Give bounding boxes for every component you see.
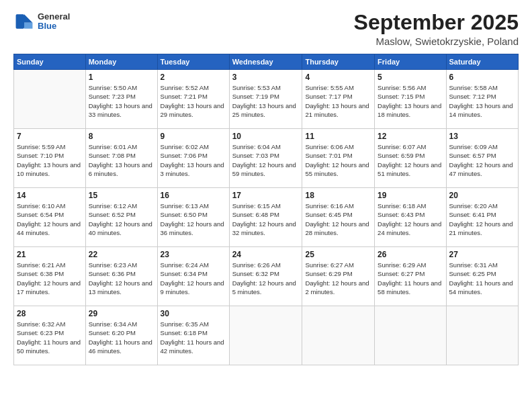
day-info: Sunrise: 6:32 AMSunset: 6:23 PMDaylight:… — [17, 320, 83, 355]
day-info: Sunrise: 6:24 AMSunset: 6:34 PMDaylight:… — [161, 261, 226, 296]
table-row: 9Sunrise: 6:02 AMSunset: 7:06 PMDaylight… — [157, 129, 229, 188]
day-info: Sunrise: 6:04 AMSunset: 7:03 PMDaylight:… — [232, 142, 300, 178]
table-row: 11Sunrise: 6:06 AMSunset: 7:01 PMDayligh… — [302, 129, 375, 188]
table-row — [375, 306, 446, 365]
table-row: 25Sunrise: 6:27 AMSunset: 6:29 PMDayligh… — [302, 247, 375, 306]
day-info: Sunrise: 5:56 AMSunset: 7:15 PMDaylight:… — [378, 83, 443, 119]
table-row: 18Sunrise: 6:16 AMSunset: 6:45 PMDayligh… — [302, 188, 375, 247]
day-info: Sunrise: 6:01 AMSunset: 7:08 PMDaylight:… — [89, 142, 154, 178]
day-info: Sunrise: 6:20 AMSunset: 6:41 PMDaylight:… — [449, 201, 515, 237]
day-number: 3 — [232, 73, 300, 82]
day-info: Sunrise: 6:06 AMSunset: 7:01 PMDaylight:… — [305, 142, 371, 178]
day-number: 22 — [89, 250, 154, 259]
day-info: Sunrise: 6:26 AMSunset: 6:32 PMDaylight:… — [232, 261, 300, 296]
logo-blue-text: Blue — [38, 21, 70, 31]
svg-rect-2 — [16, 14, 24, 28]
day-info: Sunrise: 6:34 AMSunset: 6:20 PMDaylight:… — [89, 320, 154, 355]
day-info: Sunrise: 6:09 AMSunset: 6:57 PMDaylight:… — [449, 142, 515, 178]
day-number: 25 — [305, 250, 371, 259]
day-number: 24 — [232, 250, 300, 259]
week-row-5: 28Sunrise: 6:32 AMSunset: 6:23 PMDayligh… — [14, 306, 519, 365]
day-number: 12 — [378, 132, 443, 141]
table-row: 5Sunrise: 5:56 AMSunset: 7:15 PMDaylight… — [375, 70, 446, 129]
logo: General Blue — [13, 11, 70, 32]
day-info: Sunrise: 6:35 AMSunset: 6:18 PMDaylight:… — [161, 320, 226, 355]
table-row: 30Sunrise: 6:35 AMSunset: 6:18 PMDayligh… — [157, 306, 229, 365]
day-number: 13 — [449, 132, 515, 141]
day-number: 20 — [449, 191, 515, 200]
col-thursday: Thursday — [302, 54, 375, 70]
table-row: 26Sunrise: 6:29 AMSunset: 6:27 PMDayligh… — [375, 247, 446, 306]
col-tuesday: Tuesday — [157, 54, 229, 70]
col-sunday: Sunday — [14, 54, 86, 70]
day-info: Sunrise: 5:58 AMSunset: 7:12 PMDaylight:… — [449, 83, 515, 119]
day-info: Sunrise: 6:27 AMSunset: 6:29 PMDaylight:… — [305, 261, 371, 296]
calendar-table: Sunday Monday Tuesday Wednesday Thursday… — [13, 54, 519, 365]
svg-marker-1 — [24, 23, 32, 29]
table-row: 10Sunrise: 6:04 AMSunset: 7:03 PMDayligh… — [229, 129, 302, 188]
day-info: Sunrise: 5:59 AMSunset: 7:10 PMDaylight:… — [17, 142, 83, 178]
day-number: 28 — [17, 309, 83, 318]
day-info: Sunrise: 5:53 AMSunset: 7:19 PMDaylight:… — [232, 83, 300, 119]
day-number: 19 — [378, 191, 443, 200]
day-number: 8 — [89, 132, 154, 141]
day-info: Sunrise: 6:15 AMSunset: 6:48 PMDaylight:… — [232, 201, 300, 237]
table-row: 14Sunrise: 6:10 AMSunset: 6:54 PMDayligh… — [14, 188, 86, 247]
day-info: Sunrise: 5:55 AMSunset: 7:17 PMDaylight:… — [305, 83, 371, 119]
table-row: 12Sunrise: 6:07 AMSunset: 6:59 PMDayligh… — [375, 129, 446, 188]
table-row: 3Sunrise: 5:53 AMSunset: 7:19 PMDaylight… — [229, 70, 302, 129]
table-row: 22Sunrise: 6:23 AMSunset: 6:36 PMDayligh… — [85, 247, 157, 306]
col-wednesday: Wednesday — [229, 54, 302, 70]
table-row: 8Sunrise: 6:01 AMSunset: 7:08 PMDaylight… — [85, 129, 157, 188]
logo-text: General Blue — [38, 12, 70, 32]
table-row: 24Sunrise: 6:26 AMSunset: 6:32 PMDayligh… — [229, 247, 302, 306]
table-row — [14, 70, 86, 129]
day-number: 9 — [161, 132, 226, 141]
table-row: 7Sunrise: 5:59 AMSunset: 7:10 PMDaylight… — [14, 129, 86, 188]
table-row: 23Sunrise: 6:24 AMSunset: 6:34 PMDayligh… — [157, 247, 229, 306]
table-row — [229, 306, 302, 365]
day-number: 4 — [305, 73, 371, 82]
table-row: 6Sunrise: 5:58 AMSunset: 7:12 PMDaylight… — [446, 70, 518, 129]
table-row: 15Sunrise: 6:12 AMSunset: 6:52 PMDayligh… — [85, 188, 157, 247]
table-row: 19Sunrise: 6:18 AMSunset: 6:43 PMDayligh… — [375, 188, 446, 247]
calendar-header-row: Sunday Monday Tuesday Wednesday Thursday… — [14, 54, 519, 70]
day-info: Sunrise: 6:23 AMSunset: 6:36 PMDaylight:… — [89, 261, 154, 296]
table-row: 29Sunrise: 6:34 AMSunset: 6:20 PMDayligh… — [85, 306, 157, 365]
table-row: 13Sunrise: 6:09 AMSunset: 6:57 PMDayligh… — [446, 129, 518, 188]
day-number: 29 — [89, 309, 154, 318]
day-info: Sunrise: 6:21 AMSunset: 6:38 PMDaylight:… — [17, 261, 83, 296]
calendar-title: September 2025 — [354, 11, 519, 34]
day-number: 30 — [161, 309, 226, 318]
calendar-location: Maslow, Swietokrzyskie, Poland — [354, 36, 519, 47]
day-info: Sunrise: 6:10 AMSunset: 6:54 PMDaylight:… — [17, 201, 83, 237]
day-number: 16 — [161, 191, 226, 200]
day-number: 23 — [161, 250, 226, 259]
day-info: Sunrise: 6:31 AMSunset: 6:25 PMDaylight:… — [449, 261, 515, 296]
page-header: General Blue September 2025 Maslow, Swie… — [13, 11, 519, 47]
table-row: 16Sunrise: 6:13 AMSunset: 6:50 PMDayligh… — [157, 188, 229, 247]
table-row: 27Sunrise: 6:31 AMSunset: 6:25 PMDayligh… — [446, 247, 518, 306]
day-number: 14 — [17, 191, 83, 200]
day-info: Sunrise: 6:12 AMSunset: 6:52 PMDaylight:… — [89, 201, 154, 237]
day-number: 7 — [17, 132, 83, 141]
day-info: Sunrise: 6:07 AMSunset: 6:59 PMDaylight:… — [378, 142, 443, 178]
day-info: Sunrise: 5:52 AMSunset: 7:21 PMDaylight:… — [161, 83, 226, 119]
col-saturday: Saturday — [446, 54, 518, 70]
table-row: 21Sunrise: 6:21 AMSunset: 6:38 PMDayligh… — [14, 247, 86, 306]
logo-icon — [13, 11, 35, 32]
day-info: Sunrise: 6:18 AMSunset: 6:43 PMDaylight:… — [378, 201, 443, 237]
day-number: 2 — [161, 73, 226, 82]
table-row: 4Sunrise: 5:55 AMSunset: 7:17 PMDaylight… — [302, 70, 375, 129]
day-number: 27 — [449, 250, 515, 259]
table-row — [302, 306, 375, 365]
day-number: 6 — [449, 73, 515, 82]
table-row: 28Sunrise: 6:32 AMSunset: 6:23 PMDayligh… — [14, 306, 86, 365]
day-info: Sunrise: 6:16 AMSunset: 6:45 PMDaylight:… — [305, 201, 371, 237]
week-row-3: 14Sunrise: 6:10 AMSunset: 6:54 PMDayligh… — [14, 188, 519, 247]
day-number: 21 — [17, 250, 83, 259]
table-row: 1Sunrise: 5:50 AMSunset: 7:23 PMDaylight… — [85, 70, 157, 129]
table-row: 20Sunrise: 6:20 AMSunset: 6:41 PMDayligh… — [446, 188, 518, 247]
day-number: 15 — [89, 191, 154, 200]
day-number: 10 — [232, 132, 300, 141]
